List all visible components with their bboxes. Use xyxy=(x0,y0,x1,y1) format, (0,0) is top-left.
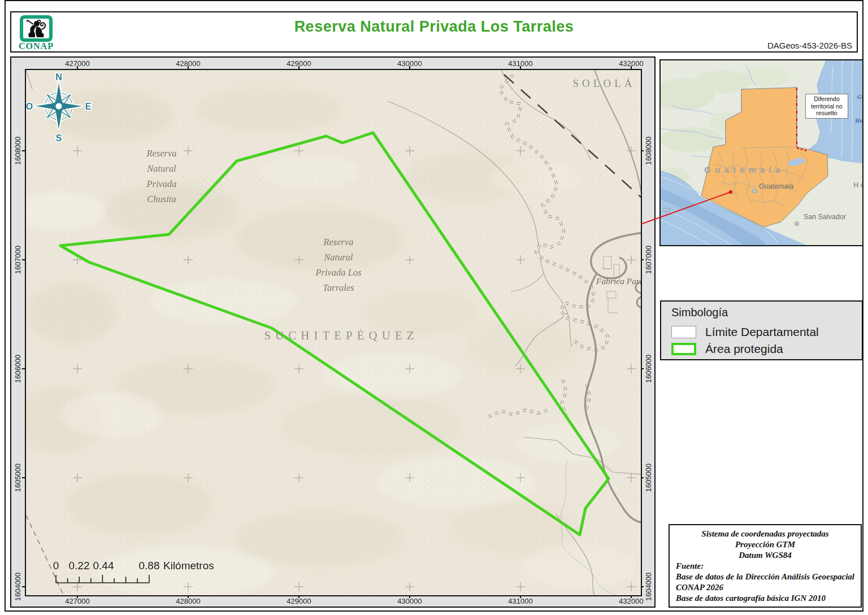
coordinate-tick xyxy=(298,66,300,69)
source-line: Sistema de coordenadas proyectadas xyxy=(676,529,854,539)
document-code: DAGeos-453-2026-BS xyxy=(767,41,852,50)
territorial-note: Diferendo territorial no resuelto xyxy=(805,94,848,119)
compass-n: N xyxy=(55,72,62,82)
source-line: CONAP 2026 xyxy=(676,582,854,593)
coordinate-tick xyxy=(188,66,189,69)
svg-text:Natural: Natural xyxy=(323,252,353,263)
coordinate-tick xyxy=(22,368,25,369)
coordinate-tick xyxy=(298,595,300,598)
coordinate-tick xyxy=(631,595,632,598)
x-coordinate-label: 430000 xyxy=(397,597,422,605)
coordinate-tick xyxy=(641,477,644,478)
y-coordinate-label: 1604000 xyxy=(14,573,22,601)
department-label-suchitepequez: SUCHITEPÉQUEZ xyxy=(264,329,418,342)
coordinate-tick xyxy=(22,586,25,587)
coordinate-tick xyxy=(520,66,521,69)
source-box: Sistema de coordenadas proyectadas Proye… xyxy=(669,524,862,608)
legend-title: Simbología xyxy=(671,306,728,319)
x-coordinate-label: 432000 xyxy=(619,597,643,605)
source-line: Proyección GTM xyxy=(676,539,854,550)
svg-text:Reserva: Reserva xyxy=(146,148,176,159)
y-coordinate-label: 1606000 xyxy=(644,355,653,383)
departmental-swatch xyxy=(671,326,696,338)
svg-text:Chusita: Chusita xyxy=(147,194,176,204)
legend: Simbología Límite Departamental Área pro… xyxy=(660,300,863,360)
scale-088: 0.88 xyxy=(139,560,160,572)
svg-text:Reserva: Reserva xyxy=(323,237,353,247)
source-line: Base de datos de la Dirección Análisis G… xyxy=(676,572,854,582)
svg-text:Privada Los: Privada Los xyxy=(315,267,361,278)
coordinate-tick xyxy=(631,66,632,69)
page: CONAP Reserva Natural Privada Los Tarral… xyxy=(0,0,868,615)
y-coordinate-label: 1605000 xyxy=(644,464,653,492)
source-line: Fuente: xyxy=(676,561,854,572)
compass-s: S xyxy=(56,133,62,143)
y-coordinate-label: 1608000 xyxy=(644,137,653,165)
scale-unit: Kilómetros xyxy=(163,560,214,572)
inset-map[interactable]: G u a t e m a l a Guatemala San Salvador… xyxy=(659,59,863,246)
inset-city2-label: San Salvador xyxy=(804,213,846,221)
x-coordinate-label: 429000 xyxy=(287,597,311,605)
x-coordinate-label: 431000 xyxy=(508,597,532,605)
inset-road-number: 721 xyxy=(662,206,671,213)
inset-city2-dot xyxy=(795,222,799,226)
map-frame: SOLOLÁ SUCHITEPÉQUEZ Reserva Natural Pri… xyxy=(10,56,656,608)
coordinate-tick xyxy=(409,66,410,69)
legend-item-departmental: Límite Departamental xyxy=(671,325,819,339)
inset-city-dot xyxy=(752,189,757,193)
coordinate-tick xyxy=(641,368,644,369)
inset-country-label: G u a t e m a l a xyxy=(704,165,781,175)
y-coordinate-label: 1607000 xyxy=(14,246,22,274)
inset-city-label: Guatemala xyxy=(759,182,793,190)
coordinate-tick xyxy=(409,595,410,598)
coordinate-tick xyxy=(77,595,78,598)
coordinate-tick xyxy=(520,595,521,598)
header: CONAP Reserva Natural Privada Los Tarral… xyxy=(10,11,858,53)
y-coordinate-label: 1607000 xyxy=(644,246,653,274)
scale-044: 0.44 xyxy=(93,560,114,572)
coordinate-tick xyxy=(22,477,25,478)
protected-swatch xyxy=(671,343,696,355)
y-coordinate-label: 1605000 xyxy=(14,464,22,492)
svg-text:Tarrales: Tarrales xyxy=(323,282,354,293)
coordinate-tick xyxy=(641,259,644,260)
svg-text:Privada: Privada xyxy=(146,178,176,189)
y-coordinate-label: 1608000 xyxy=(14,137,22,165)
scale-022: 0.22 xyxy=(69,560,90,572)
y-coordinate-label: 1606000 xyxy=(14,355,22,383)
source-line: Datum WGS84 xyxy=(676,550,854,561)
x-coordinate-label: 428000 xyxy=(176,597,200,605)
svg-text:Natural: Natural xyxy=(146,163,176,174)
compass-w: O xyxy=(26,102,33,111)
coordinate-tick xyxy=(641,586,644,587)
department-label-solola: SOLOLÁ xyxy=(573,77,636,89)
coordinate-tick xyxy=(188,595,189,598)
coordinate-tick xyxy=(77,66,78,69)
coordinate-tick xyxy=(641,150,644,151)
inset-water-label-2: Hon xyxy=(854,117,862,124)
x-coordinate-label: 427000 xyxy=(65,597,89,605)
inset-honduras-label: Ho xyxy=(853,181,862,189)
scale-0: 0 xyxy=(53,560,59,572)
coordinate-tick xyxy=(22,150,25,151)
legend-item-protected: Área protegida xyxy=(671,342,783,356)
place-label-fabrica: Fábrica Parral xyxy=(596,276,641,286)
compass-e: E xyxy=(85,102,92,111)
page-title: Reserva Natural Privada Los Tarrales xyxy=(11,18,857,36)
y-coordinate-label: 1604000 xyxy=(644,573,653,601)
logo-text: CONAP xyxy=(19,41,54,51)
inset-water-label-1: Gu xyxy=(857,93,862,100)
main-map[interactable]: SOLOLÁ SUCHITEPÉQUEZ Reserva Natural Pri… xyxy=(25,69,642,596)
source-line: Base de datos cartografía básica IGN 201… xyxy=(676,593,854,604)
coordinate-tick xyxy=(22,259,25,260)
